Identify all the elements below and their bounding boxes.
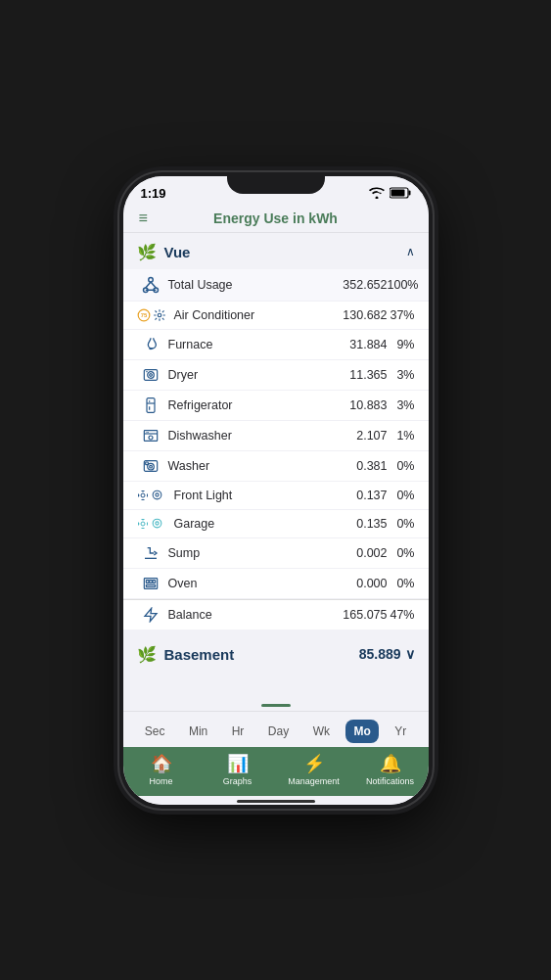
frontlight-pct: 0% <box>388 489 415 502</box>
svg-point-11 <box>158 313 161 317</box>
balance-icon <box>137 607 164 623</box>
basement-chevron-icon: ∨ <box>405 646 415 662</box>
oven-pct: 0% <box>388 577 415 590</box>
total-pct: 100% <box>388 278 415 292</box>
vue-chevron-icon[interactable]: ∧ <box>406 245 415 258</box>
svg-point-34 <box>141 522 145 526</box>
basement-section-left: 🌿 Basement <box>137 645 235 664</box>
svg-rect-1 <box>408 191 410 196</box>
ac-value: 130.682 <box>335 308 388 322</box>
time-btn-sec[interactable]: Sec <box>137 720 173 743</box>
vue-section-left: 🌿 Vue <box>137 243 191 261</box>
refrigerator-name: Refrigerator <box>168 398 335 412</box>
time-btn-yr[interactable]: Yr <box>387 720 414 743</box>
svg-line-7 <box>151 282 156 288</box>
basement-value-group: 85.889 ∨ <box>359 646 415 662</box>
furnace-pct: 9% <box>388 338 415 351</box>
frontlight-icon-pair <box>137 489 170 502</box>
management-tab-label: Management <box>288 776 340 786</box>
svg-rect-2 <box>390 190 404 197</box>
oven-icon <box>137 576 164 591</box>
garage-name: Garage <box>174 517 335 531</box>
furnace-icon <box>137 337 164 352</box>
svg-rect-16 <box>147 397 155 412</box>
home-bar <box>123 796 429 805</box>
dryer-icon <box>137 367 164 383</box>
dryer-value: 11.365 <box>335 368 388 382</box>
dishwasher-icon <box>137 428 164 443</box>
time-btn-day[interactable]: Day <box>260 720 297 743</box>
scroll-dot <box>261 704 291 707</box>
app-header: ≡ Energy Use in kWh <box>123 205 429 233</box>
svg-point-3 <box>148 277 153 282</box>
home-tab-label: Home <box>149 776 172 786</box>
basement-section-header[interactable]: 🌿 Basement 85.889 ∨ <box>123 635 429 672</box>
svg-rect-40 <box>146 580 149 583</box>
balance-name: Balance <box>168 608 335 622</box>
status-icons <box>369 187 411 199</box>
svg-point-13 <box>147 371 154 378</box>
dryer-name: Dryer <box>168 368 335 382</box>
vue-section-name: Vue <box>164 244 191 260</box>
sump-pct: 0% <box>388 546 415 560</box>
svg-point-24 <box>149 436 153 440</box>
dishwasher-name: Dishwasher <box>168 429 335 443</box>
tab-management[interactable]: ⚡ Management <box>276 753 352 786</box>
garage-icon-pair <box>137 517 170 531</box>
dishwasher-value: 2.107 <box>335 429 388 443</box>
battery-icon <box>390 187 411 199</box>
total-icon <box>137 276 164 294</box>
table-row: Washer 0.381 0% <box>123 451 429 482</box>
basement-section-name: Basement <box>164 646 235 663</box>
tab-home[interactable]: 🏠 Home <box>123 753 200 786</box>
main-content: 🌿 Vue ∧ <box>123 233 429 702</box>
table-row: Furnace 31.884 9% <box>123 330 429 360</box>
time-btn-wk[interactable]: Wk <box>305 720 338 743</box>
time-btn-mo[interactable]: Mo <box>345 720 378 743</box>
ac-name: Air Conditioner <box>174 308 335 322</box>
graphs-tab-icon: 📊 <box>227 753 249 774</box>
svg-point-14 <box>149 373 152 376</box>
furnace-name: Furnace <box>168 338 335 351</box>
phone-notch <box>227 172 325 194</box>
table-row: Dishwasher 2.107 1% <box>123 421 429 451</box>
basement-leaf-icon: 🌿 <box>137 645 157 664</box>
table-row: Dryer 11.365 3% <box>123 360 429 391</box>
phone-frame: 1:19 ≡ Energy Use in kWh <box>119 172 433 809</box>
refrigerator-value: 10.883 <box>335 398 388 412</box>
total-value: 352.652 <box>335 278 388 292</box>
time-btn-min[interactable]: Min <box>181 720 215 743</box>
wifi-icon <box>369 187 385 199</box>
time-btn-hr[interactable]: Hr <box>224 720 253 743</box>
tab-notifications[interactable]: 🔔 Notifications <box>352 753 429 786</box>
device-list: Total Usage 352.652 100% 75 <box>123 269 429 630</box>
svg-point-29 <box>141 493 145 497</box>
sump-name: Sump <box>168 546 335 560</box>
garage-value: 0.135 <box>335 517 388 531</box>
oven-name: Oven <box>168 577 335 590</box>
washer-name: Washer <box>168 459 335 473</box>
header-title: Energy Use in kWh <box>213 210 338 226</box>
menu-icon[interactable]: ≡ <box>139 210 148 227</box>
notifications-tab-icon: 🔔 <box>380 753 401 774</box>
vue-leaf-icon: 🌿 <box>137 243 157 261</box>
refrigerator-pct: 3% <box>388 398 415 412</box>
svg-point-37 <box>153 519 161 528</box>
ac-pct: 37% <box>388 308 415 322</box>
svg-rect-41 <box>149 580 152 583</box>
svg-point-33 <box>155 493 158 496</box>
home-tab-icon: 🏠 <box>151 753 172 774</box>
table-row: Balance 165.075 47% <box>123 599 429 630</box>
washer-value: 0.381 <box>335 459 388 473</box>
graphs-tab-label: Graphs <box>223 776 253 786</box>
sump-value: 0.002 <box>335 546 388 560</box>
table-row: Garage 0.135 0% <box>123 510 429 538</box>
sump-icon <box>137 545 164 561</box>
furnace-value: 31.884 <box>335 338 388 351</box>
svg-line-6 <box>145 282 150 288</box>
tab-graphs[interactable]: 📊 Graphs <box>200 753 276 786</box>
svg-point-27 <box>149 465 152 468</box>
dishwasher-pct: 1% <box>388 429 415 443</box>
notifications-tab-label: Notifications <box>366 776 414 786</box>
refrigerator-icon <box>137 397 164 413</box>
